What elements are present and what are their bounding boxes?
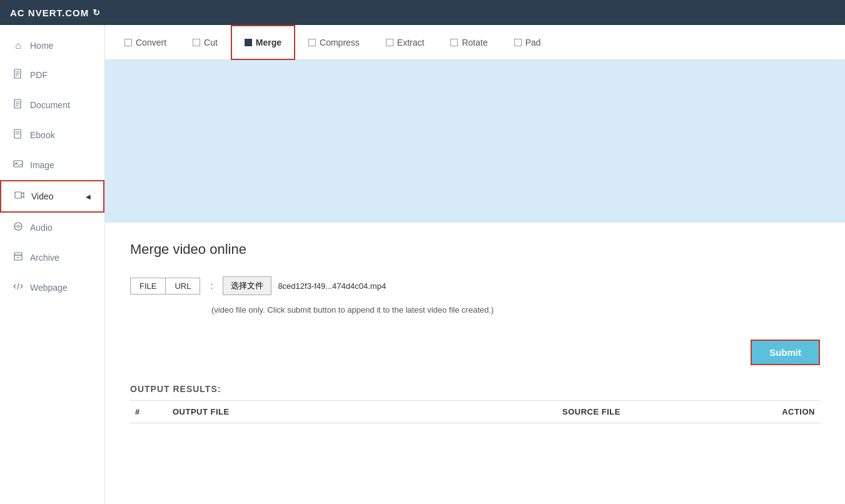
sidebar-item-audio[interactable]: Audio — [0, 213, 104, 243]
sidebar-item-pdf[interactable]: PDF — [0, 60, 104, 90]
sidebar-item-label: Archive — [30, 253, 59, 263]
refresh-icon[interactable]: ↻ — [93, 8, 101, 18]
tab-cut-label: Cut — [204, 38, 218, 48]
submit-button[interactable]: Submit — [751, 340, 820, 365]
top-header: AC NVERT.COM ↻ — [0, 0, 845, 25]
sidebar-item-label: Video — [31, 191, 54, 201]
tab-compress-label: Compress — [320, 38, 360, 48]
results-table: # OUTPUT FILE SOURCE FILE ACTION — [130, 400, 820, 423]
svg-rect-11 — [14, 161, 23, 167]
tab-compress-icon — [308, 39, 316, 46]
tab-merge-label: Merge — [256, 38, 281, 48]
sidebar-item-label: Image — [30, 160, 54, 170]
tab-merge[interactable]: Merge — [231, 25, 295, 60]
colon-separator: : — [210, 281, 213, 291]
tab-rotate-icon — [450, 39, 458, 46]
tab-compress[interactable]: Compress — [295, 25, 373, 60]
tab-pad-label: Pad — [525, 38, 541, 48]
tab-rotate[interactable]: Rotate — [437, 25, 500, 60]
sidebar: ⌂ Home PDF — [0, 25, 105, 504]
main-content: Convert Cut Merge Compress Extract Rotat… — [105, 25, 845, 504]
file-input-row: FILE URL : 选择文件 8ced12f3-f49...474d4c04.… — [130, 276, 820, 295]
file-url-toggle: FILE URL — [130, 278, 200, 295]
file-name-display: 8ced12f3-f49...474d4c04.mp4 — [278, 281, 386, 291]
col-action: ACTION — [745, 401, 820, 423]
sidebar-item-ebook[interactable]: Ebook — [0, 120, 104, 150]
banner-area — [105, 60, 845, 223]
sidebar-item-label: Document — [30, 100, 70, 110]
svg-line-21 — [18, 283, 19, 290]
url-button[interactable]: URL — [166, 278, 200, 295]
archive-icon — [13, 251, 24, 264]
tab-convert-label: Convert — [136, 38, 166, 48]
chevron-icon: ◀ — [86, 193, 91, 200]
pdf-icon — [13, 69, 24, 81]
document-icon — [13, 99, 24, 111]
tab-cut-icon — [193, 39, 200, 46]
sidebar-item-webpage[interactable]: Webpage — [0, 273, 104, 303]
sidebar-item-home[interactable]: ⌂ Home — [0, 31, 104, 60]
tab-pad-icon — [514, 39, 522, 46]
svg-point-15 — [17, 225, 19, 228]
col-hash: # — [130, 401, 168, 423]
svg-rect-13 — [15, 192, 21, 198]
tab-extract[interactable]: Extract — [373, 25, 438, 60]
file-button[interactable]: FILE — [130, 278, 166, 295]
sidebar-item-video[interactable]: Video ◀ — [0, 180, 104, 213]
ebook-icon — [13, 129, 24, 141]
sidebar-item-label: Webpage — [30, 283, 68, 293]
tab-rotate-label: Rotate — [462, 38, 487, 48]
image-icon — [13, 159, 24, 171]
sidebar-item-label: Audio — [30, 223, 53, 233]
sidebar-item-label: Home — [30, 41, 53, 51]
tab-pad[interactable]: Pad — [501, 25, 554, 60]
col-source-file: SOURCE FILE — [557, 401, 745, 423]
tab-cut[interactable]: Cut — [180, 25, 231, 60]
tab-extract-label: Extract — [397, 38, 425, 48]
tab-convert[interactable]: Convert — [111, 25, 180, 60]
col-output-file: OUTPUT FILE — [168, 401, 557, 423]
svg-rect-18 — [14, 253, 22, 255]
file-hint: (video file only. Click submit button to… — [211, 305, 820, 315]
sidebar-item-archive[interactable]: Archive — [0, 243, 104, 273]
sidebar-item-image[interactable]: Image — [0, 150, 104, 180]
sidebar-item-label: Ebook — [30, 130, 55, 140]
audio-icon — [13, 221, 24, 234]
tab-convert-icon — [124, 39, 132, 46]
webpage-icon — [13, 281, 24, 294]
tabs-bar: Convert Cut Merge Compress Extract Rotat… — [105, 25, 845, 60]
video-icon — [14, 190, 25, 203]
tab-extract-icon — [386, 39, 393, 46]
choose-file-button[interactable]: 选择文件 — [223, 276, 271, 295]
sidebar-item-document[interactable]: Document — [0, 90, 104, 120]
site-title: AC NVERT.COM — [10, 8, 89, 18]
output-results-label: OUTPUT RESULTS: — [130, 384, 820, 394]
home-icon: ⌂ — [13, 40, 24, 51]
sidebar-item-label: PDF — [30, 70, 48, 80]
page-title: Merge video online — [130, 241, 820, 258]
submit-row: Submit — [130, 340, 820, 365]
content-area: Merge video online FILE URL : 选择文件 8ced1… — [105, 223, 845, 504]
tab-merge-icon — [245, 39, 252, 46]
